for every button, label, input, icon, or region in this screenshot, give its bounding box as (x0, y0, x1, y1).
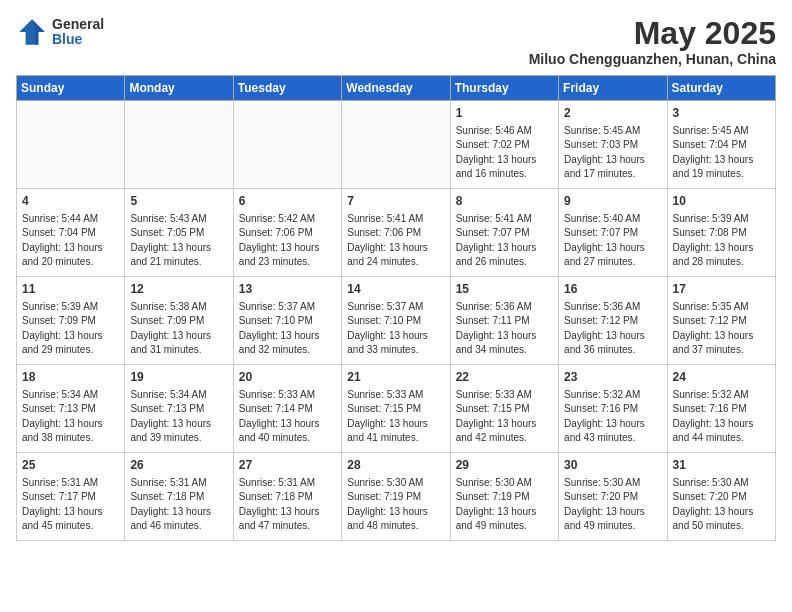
day-info: Sunrise: 5:37 AM Sunset: 7:10 PM Dayligh… (347, 300, 444, 358)
day-number: 2 (564, 105, 661, 122)
day-info: Sunrise: 5:31 AM Sunset: 7:18 PM Dayligh… (239, 476, 336, 534)
day-cell: 26Sunrise: 5:31 AM Sunset: 7:18 PM Dayli… (125, 453, 233, 541)
calendar-table: SundayMondayTuesdayWednesdayThursdayFrid… (16, 75, 776, 541)
day-cell: 8Sunrise: 5:41 AM Sunset: 7:07 PM Daylig… (450, 189, 558, 277)
day-info: Sunrise: 5:41 AM Sunset: 7:06 PM Dayligh… (347, 212, 444, 270)
month-title: May 2025 (529, 16, 776, 51)
day-number: 21 (347, 369, 444, 386)
day-cell: 2Sunrise: 5:45 AM Sunset: 7:03 PM Daylig… (559, 101, 667, 189)
day-number: 15 (456, 281, 553, 298)
day-cell: 12Sunrise: 5:38 AM Sunset: 7:09 PM Dayli… (125, 277, 233, 365)
day-info: Sunrise: 5:31 AM Sunset: 7:17 PM Dayligh… (22, 476, 119, 534)
calendar-body: 1Sunrise: 5:46 AM Sunset: 7:02 PM Daylig… (17, 101, 776, 541)
day-number: 23 (564, 369, 661, 386)
day-info: Sunrise: 5:30 AM Sunset: 7:19 PM Dayligh… (347, 476, 444, 534)
week-row-0: 1Sunrise: 5:46 AM Sunset: 7:02 PM Daylig… (17, 101, 776, 189)
day-cell: 6Sunrise: 5:42 AM Sunset: 7:06 PM Daylig… (233, 189, 341, 277)
day-info: Sunrise: 5:45 AM Sunset: 7:04 PM Dayligh… (673, 124, 770, 182)
day-number: 24 (673, 369, 770, 386)
week-row-2: 11Sunrise: 5:39 AM Sunset: 7:09 PM Dayli… (17, 277, 776, 365)
day-number: 18 (22, 369, 119, 386)
day-cell: 20Sunrise: 5:33 AM Sunset: 7:14 PM Dayli… (233, 365, 341, 453)
header-row: SundayMondayTuesdayWednesdayThursdayFrid… (17, 76, 776, 101)
day-number: 6 (239, 193, 336, 210)
day-number: 19 (130, 369, 227, 386)
day-cell: 11Sunrise: 5:39 AM Sunset: 7:09 PM Dayli… (17, 277, 125, 365)
week-row-3: 18Sunrise: 5:34 AM Sunset: 7:13 PM Dayli… (17, 365, 776, 453)
day-number: 14 (347, 281, 444, 298)
day-number: 8 (456, 193, 553, 210)
header-tuesday: Tuesday (233, 76, 341, 101)
day-number: 27 (239, 457, 336, 474)
day-info: Sunrise: 5:31 AM Sunset: 7:18 PM Dayligh… (130, 476, 227, 534)
day-info: Sunrise: 5:44 AM Sunset: 7:04 PM Dayligh… (22, 212, 119, 270)
day-cell: 13Sunrise: 5:37 AM Sunset: 7:10 PM Dayli… (233, 277, 341, 365)
day-info: Sunrise: 5:37 AM Sunset: 7:10 PM Dayligh… (239, 300, 336, 358)
day-number: 1 (456, 105, 553, 122)
day-cell: 18Sunrise: 5:34 AM Sunset: 7:13 PM Dayli… (17, 365, 125, 453)
day-cell: 1Sunrise: 5:46 AM Sunset: 7:02 PM Daylig… (450, 101, 558, 189)
day-info: Sunrise: 5:42 AM Sunset: 7:06 PM Dayligh… (239, 212, 336, 270)
day-info: Sunrise: 5:39 AM Sunset: 7:08 PM Dayligh… (673, 212, 770, 270)
logo-blue-label: Blue (52, 32, 104, 47)
day-cell: 25Sunrise: 5:31 AM Sunset: 7:17 PM Dayli… (17, 453, 125, 541)
day-info: Sunrise: 5:32 AM Sunset: 7:16 PM Dayligh… (673, 388, 770, 446)
day-number: 25 (22, 457, 119, 474)
day-cell: 5Sunrise: 5:43 AM Sunset: 7:05 PM Daylig… (125, 189, 233, 277)
header-saturday: Saturday (667, 76, 775, 101)
page-header: General Blue May 2025 Miluo Chengguanzhe… (16, 16, 776, 67)
location-subtitle: Miluo Chengguanzhen, Hunan, China (529, 51, 776, 67)
day-info: Sunrise: 5:36 AM Sunset: 7:12 PM Dayligh… (564, 300, 661, 358)
day-number: 11 (22, 281, 119, 298)
day-info: Sunrise: 5:33 AM Sunset: 7:14 PM Dayligh… (239, 388, 336, 446)
day-info: Sunrise: 5:40 AM Sunset: 7:07 PM Dayligh… (564, 212, 661, 270)
day-number: 17 (673, 281, 770, 298)
day-number: 12 (130, 281, 227, 298)
day-cell: 28Sunrise: 5:30 AM Sunset: 7:19 PM Dayli… (342, 453, 450, 541)
header-friday: Friday (559, 76, 667, 101)
day-cell: 16Sunrise: 5:36 AM Sunset: 7:12 PM Dayli… (559, 277, 667, 365)
logo-general-label: General (52, 17, 104, 32)
day-info: Sunrise: 5:30 AM Sunset: 7:19 PM Dayligh… (456, 476, 553, 534)
day-number: 22 (456, 369, 553, 386)
day-cell: 10Sunrise: 5:39 AM Sunset: 7:08 PM Dayli… (667, 189, 775, 277)
day-cell: 15Sunrise: 5:36 AM Sunset: 7:11 PM Dayli… (450, 277, 558, 365)
logo-text: General Blue (52, 17, 104, 48)
week-row-1: 4Sunrise: 5:44 AM Sunset: 7:04 PM Daylig… (17, 189, 776, 277)
day-number: 3 (673, 105, 770, 122)
day-info: Sunrise: 5:35 AM Sunset: 7:12 PM Dayligh… (673, 300, 770, 358)
day-cell: 3Sunrise: 5:45 AM Sunset: 7:04 PM Daylig… (667, 101, 775, 189)
day-cell (233, 101, 341, 189)
day-cell: 31Sunrise: 5:30 AM Sunset: 7:20 PM Dayli… (667, 453, 775, 541)
day-info: Sunrise: 5:30 AM Sunset: 7:20 PM Dayligh… (564, 476, 661, 534)
header-thursday: Thursday (450, 76, 558, 101)
day-cell: 30Sunrise: 5:30 AM Sunset: 7:20 PM Dayli… (559, 453, 667, 541)
day-cell: 22Sunrise: 5:33 AM Sunset: 7:15 PM Dayli… (450, 365, 558, 453)
day-number: 5 (130, 193, 227, 210)
day-cell (342, 101, 450, 189)
day-cell (125, 101, 233, 189)
calendar-header: SundayMondayTuesdayWednesdayThursdayFrid… (17, 76, 776, 101)
logo-icon (16, 16, 48, 48)
day-cell: 7Sunrise: 5:41 AM Sunset: 7:06 PM Daylig… (342, 189, 450, 277)
day-cell (17, 101, 125, 189)
day-info: Sunrise: 5:33 AM Sunset: 7:15 PM Dayligh… (456, 388, 553, 446)
week-row-4: 25Sunrise: 5:31 AM Sunset: 7:17 PM Dayli… (17, 453, 776, 541)
day-number: 31 (673, 457, 770, 474)
day-info: Sunrise: 5:30 AM Sunset: 7:20 PM Dayligh… (673, 476, 770, 534)
day-info: Sunrise: 5:39 AM Sunset: 7:09 PM Dayligh… (22, 300, 119, 358)
day-info: Sunrise: 5:33 AM Sunset: 7:15 PM Dayligh… (347, 388, 444, 446)
day-info: Sunrise: 5:34 AM Sunset: 7:13 PM Dayligh… (130, 388, 227, 446)
header-sunday: Sunday (17, 76, 125, 101)
day-number: 4 (22, 193, 119, 210)
day-number: 28 (347, 457, 444, 474)
day-cell: 24Sunrise: 5:32 AM Sunset: 7:16 PM Dayli… (667, 365, 775, 453)
title-area: May 2025 Miluo Chengguanzhen, Hunan, Chi… (529, 16, 776, 67)
day-number: 13 (239, 281, 336, 298)
day-number: 9 (564, 193, 661, 210)
day-cell: 23Sunrise: 5:32 AM Sunset: 7:16 PM Dayli… (559, 365, 667, 453)
day-cell: 27Sunrise: 5:31 AM Sunset: 7:18 PM Dayli… (233, 453, 341, 541)
day-info: Sunrise: 5:38 AM Sunset: 7:09 PM Dayligh… (130, 300, 227, 358)
day-info: Sunrise: 5:45 AM Sunset: 7:03 PM Dayligh… (564, 124, 661, 182)
day-cell: 29Sunrise: 5:30 AM Sunset: 7:19 PM Dayli… (450, 453, 558, 541)
